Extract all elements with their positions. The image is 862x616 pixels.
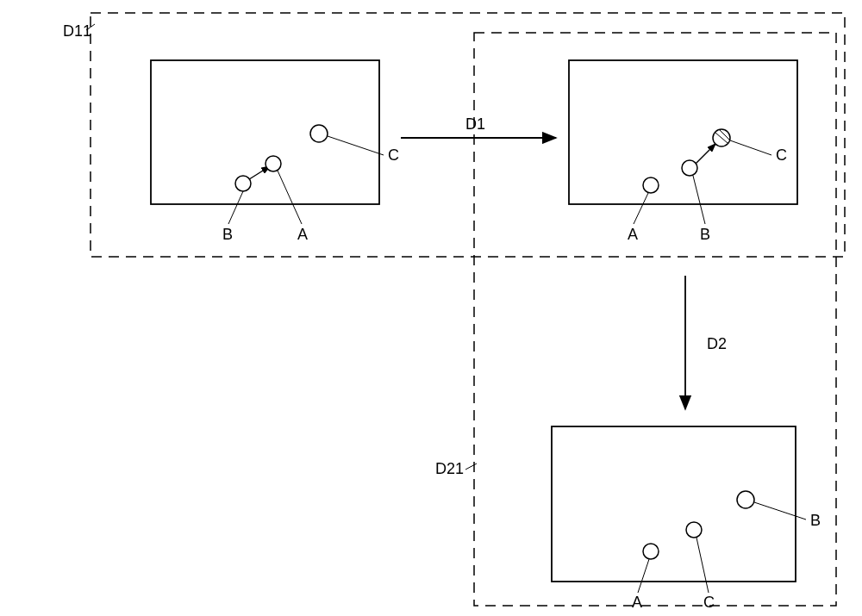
dashed-frame-d21 — [474, 33, 836, 606]
panel2-node-a — [643, 177, 659, 193]
label-d11: D11 — [63, 22, 91, 40]
panel-2: A B C — [569, 60, 797, 243]
svg-line-6 — [228, 191, 243, 224]
dashed-frame-d11 — [91, 13, 845, 257]
panel2-node-b — [682, 160, 697, 176]
panel-3: A C B — [552, 426, 821, 611]
panel2-label-c: C — [776, 146, 787, 164]
panel1-label-a: A — [297, 226, 308, 243]
panel3-label-a: A — [632, 594, 642, 611]
svg-line-15 — [730, 140, 771, 155]
label-d21: D21 — [435, 460, 464, 477]
svg-line-3 — [465, 464, 477, 470]
panel2-label-a: A — [628, 226, 638, 243]
diagram-canvas: D11 D21 B A C D1 A B — [0, 0, 862, 616]
label-d1: D1 — [465, 115, 485, 133]
panel3-node-b — [737, 491, 754, 508]
svg-line-10 — [694, 144, 715, 165]
svg-rect-4 — [151, 60, 379, 204]
panel3-label-c: C — [703, 594, 715, 611]
svg-rect-9 — [569, 60, 797, 204]
svg-line-5 — [247, 166, 270, 181]
svg-line-8 — [328, 136, 384, 155]
svg-line-17 — [638, 559, 649, 593]
svg-line-14 — [693, 176, 705, 224]
panel3-node-c — [686, 522, 702, 538]
panel1-label-b: B — [222, 226, 233, 243]
panel3-node-a — [643, 544, 659, 559]
panel1-node-c — [310, 125, 328, 142]
svg-line-18 — [696, 538, 709, 593]
panel-1: B A C — [151, 60, 399, 243]
panel1-node-b — [235, 176, 251, 191]
svg-line-7 — [278, 171, 302, 224]
svg-line-19 — [754, 502, 806, 520]
panel2-label-b: B — [700, 226, 710, 243]
panel1-node-a — [265, 156, 281, 171]
label-d2: D2 — [707, 335, 727, 352]
panel3-label-b: B — [810, 512, 821, 529]
svg-line-13 — [634, 193, 648, 224]
panel1-label-c: C — [388, 146, 399, 164]
